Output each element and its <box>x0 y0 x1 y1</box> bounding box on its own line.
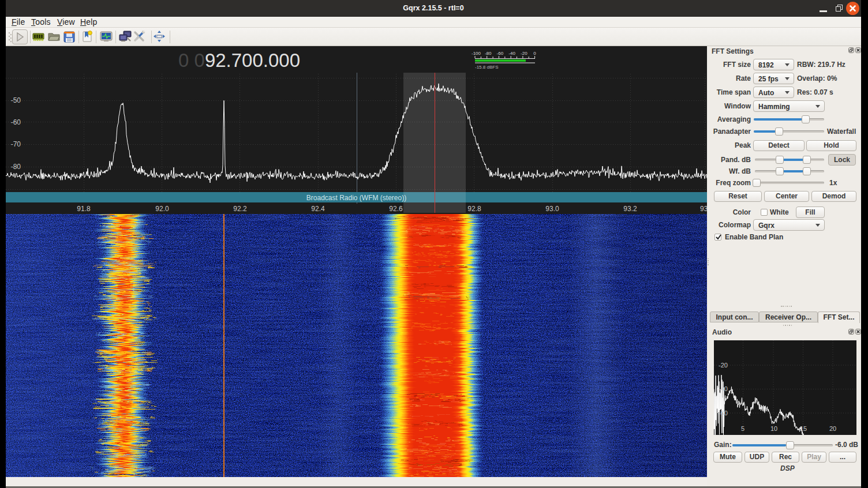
svg-text:-60: -60 <box>497 51 504 56</box>
svg-text:-20: -20 <box>521 51 527 56</box>
svg-text:-15.8 dBFS: -15.8 dBFS <box>475 65 498 70</box>
svg-text:-80: -80 <box>485 51 492 56</box>
svg-text:-100: -100 <box>472 51 481 56</box>
svg-text:-40: -40 <box>508 51 515 56</box>
svg-text:0: 0 <box>533 51 536 56</box>
